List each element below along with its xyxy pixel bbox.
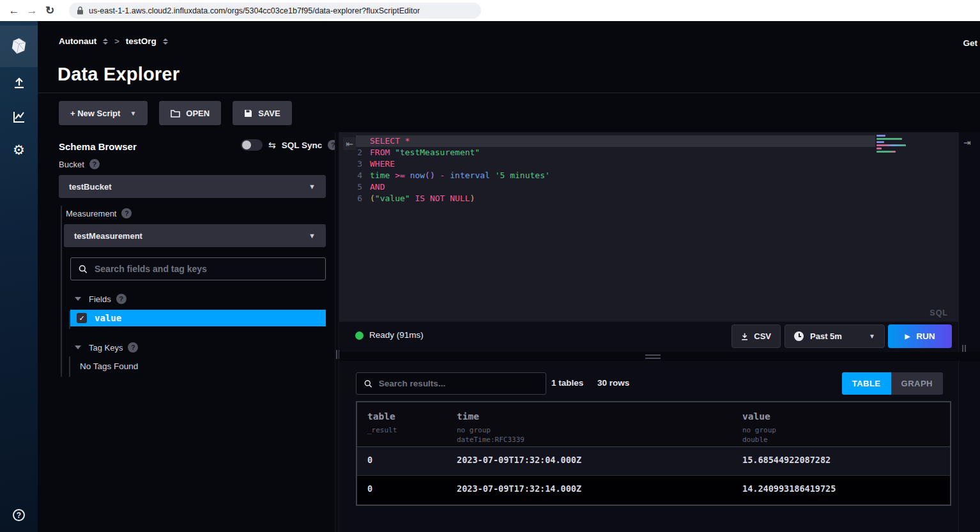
influxdb-logo[interactable] — [0, 26, 38, 67]
table-row: 02023-07-09T17:32:04.000Z15.685449220872… — [357, 447, 950, 476]
time-range-label: Past 5m — [810, 331, 842, 341]
code-line[interactable]: 1SELECT * — [339, 135, 958, 147]
browser-back-icon[interactable]: ← — [5, 4, 23, 17]
indent-guide — [61, 206, 62, 377]
code-line[interactable]: 6("value" IS NOT NULL) — [339, 193, 958, 204]
sql-sync-label: SQL Sync — [282, 141, 323, 150]
column-subheader: no groupdouble — [742, 425, 776, 445]
schema-search-input[interactable] — [95, 264, 318, 274]
sql-sync-toggle[interactable] — [241, 139, 263, 151]
bucket-help-icon[interactable]: ? — [89, 159, 100, 169]
measurement-value: testMeasurement — [74, 231, 142, 241]
right-panel-collapsed: ⇥ — [958, 132, 980, 532]
sql-sync-group: ⇆ SQL Sync ? — [241, 139, 338, 151]
suborg-switcher-chevrons-icon[interactable] — [163, 38, 168, 45]
bucket-dropdown[interactable]: testBucket ▼ — [59, 175, 326, 198]
code-line[interactable]: 2FROM "testMeasurement" — [339, 147, 958, 158]
results-table: table_resulttimeno groupdateTime:RFC3339… — [356, 401, 951, 506]
script-toolbar: + New Script ▼ OPEN SAVE — [59, 101, 292, 125]
influxdb-data-explorer: ← → ↻ us-east-1-1.aws.cloud2.influxdata.… — [0, 0, 980, 532]
panel-divider-horizontal[interactable] — [339, 352, 980, 361]
settings-nav-item[interactable]: ⚙ — [0, 142, 38, 158]
panel-divider-vertical[interactable] — [335, 132, 339, 532]
sql-editor[interactable]: ⇤ 1SELECT *2FROM "testMeasurement"3WHERE… — [339, 132, 958, 321]
line-number: 6 — [339, 193, 370, 204]
open-button[interactable]: OPEN — [159, 101, 221, 125]
measurement-label: Measurement — [66, 209, 116, 218]
status-green-dot — [355, 331, 364, 340]
save-label: SAVE — [258, 109, 280, 118]
language-badge: SQL — [930, 308, 948, 317]
bucket-label-row: Bucket ? — [59, 159, 100, 169]
measurement-help-icon[interactable]: ? — [121, 208, 132, 218]
lock-icon — [77, 6, 84, 15]
chevron-down-icon: ▼ — [869, 333, 875, 340]
table-cell: 0 — [367, 455, 372, 465]
suborg-switcher[interactable]: testOrg — [126, 36, 157, 46]
run-button[interactable]: ▶ RUN — [888, 324, 952, 348]
browser-forward-icon[interactable]: → — [23, 4, 41, 17]
url-text: us-east-1-1.aws.cloud2.influxdata.com/or… — [89, 6, 420, 15]
code-line[interactable]: 4time >= now() - interval '5 minutes' — [339, 170, 958, 181]
tab-table[interactable]: TABLE — [842, 372, 891, 395]
get-link[interactable]: Get — [963, 38, 977, 48]
measurement-dropdown[interactable]: testMeasurement ▼ — [64, 224, 326, 247]
schema-search — [70, 257, 326, 280]
data-explorer-nav-item[interactable] — [0, 110, 38, 124]
fields-section-header: Fields ? — [75, 294, 126, 304]
expand-panel-icon[interactable]: ⇥ — [963, 137, 971, 148]
app-sidebar: ⚙ ? — [0, 21, 38, 532]
rows-count: 30 rows — [597, 378, 629, 388]
search-icon — [79, 264, 88, 274]
open-label: OPEN — [186, 109, 210, 118]
new-script-button[interactable]: + New Script ▼ — [59, 101, 148, 125]
graph-icon — [12, 110, 26, 124]
csv-download-button[interactable]: CSV — [731, 324, 781, 348]
play-icon: ▶ — [905, 333, 910, 340]
page-title: Data Explorer — [57, 64, 180, 85]
bucket-label: Bucket — [59, 160, 84, 169]
upload-nav-item[interactable] — [0, 76, 38, 90]
results-table-header: table_resulttimeno groupdateTime:RFC3339… — [357, 402, 950, 447]
results-table-body: 02023-07-09T17:32:04.000Z15.685449220872… — [357, 447, 950, 505]
org-switcher[interactable]: Autonaut — [59, 36, 96, 46]
view-toggle: TABLE GRAPH — [842, 372, 943, 395]
chevron-down-icon: ▼ — [130, 110, 136, 117]
results-panel: 1 tables 30 rows TABLE GRAPH table_resul… — [339, 361, 958, 532]
title-divider — [38, 93, 980, 93]
time-range-dropdown[interactable]: Past 5m ▼ — [785, 324, 885, 348]
tag-keys-help-icon[interactable]: ? — [128, 342, 138, 353]
browser-refresh-icon[interactable]: ↻ — [41, 4, 59, 17]
column-subheader: no groupdateTime:RFC3339 — [457, 425, 524, 445]
results-search — [356, 372, 546, 395]
line-number: 4 — [339, 170, 370, 181]
breadcrumb-separator: > — [114, 36, 119, 46]
influxdb-cube-icon — [10, 38, 27, 55]
search-icon — [364, 379, 372, 388]
editor-minimap[interactable] — [877, 135, 910, 154]
collapse-chevron-icon[interactable] — [75, 297, 81, 301]
save-button[interactable]: SAVE — [233, 101, 291, 125]
collapse-chevron-icon[interactable] — [75, 346, 81, 349]
column-subheader: _result — [367, 425, 397, 435]
tagkeys-section-header: Tag Keys ? — [75, 342, 138, 353]
new-script-label: + New Script — [70, 109, 120, 118]
field-item-value[interactable]: ✓ value — [70, 310, 326, 326]
help-nav-item[interactable]: ? — [0, 509, 38, 521]
code-line[interactable]: 5AND — [339, 181, 958, 193]
table-cell: 0 — [367, 483, 372, 494]
drag-handle-icon[interactable] — [645, 354, 661, 359]
checkbox-checked-icon[interactable]: ✓ — [77, 313, 87, 323]
fields-help-icon[interactable]: ? — [116, 294, 126, 304]
code-line[interactable]: 3WHERE — [339, 158, 958, 170]
table-cell: 14.240993186419725 — [742, 483, 836, 494]
tab-graph[interactable]: GRAPH — [891, 372, 943, 395]
code-lines[interactable]: 1SELECT *2FROM "testMeasurement"3WHERE4t… — [339, 135, 958, 204]
tag-keys-label: Tag Keys — [89, 343, 123, 353]
column-header: value — [742, 411, 770, 422]
table-cell: 2023-07-09T17:32:04.000Z — [457, 455, 581, 465]
url-bar[interactable]: us-east-1-1.aws.cloud2.influxdata.com/or… — [69, 3, 481, 19]
org-switcher-chevrons-icon[interactable] — [103, 38, 108, 45]
results-search-input[interactable] — [379, 379, 538, 388]
line-number: 3 — [339, 158, 370, 170]
